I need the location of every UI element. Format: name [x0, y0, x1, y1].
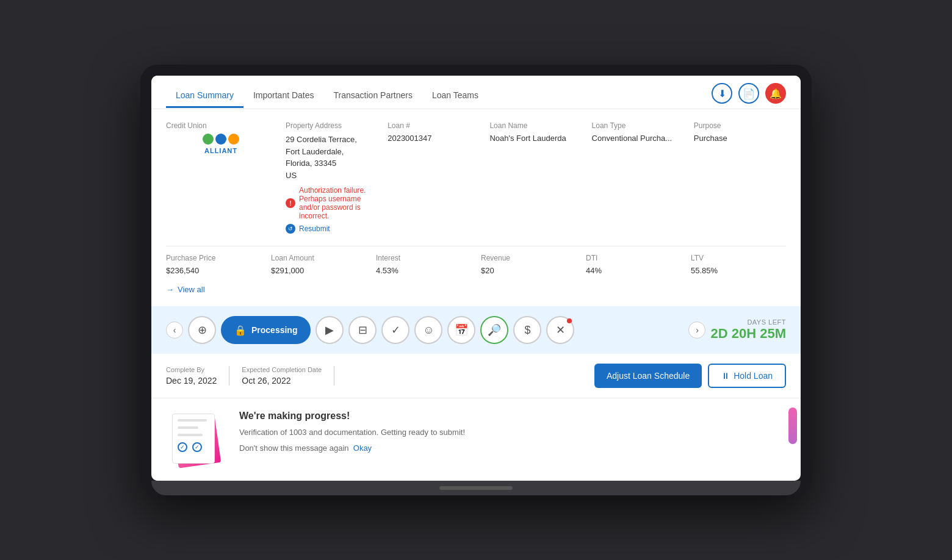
- interest-label: Interest: [376, 254, 471, 262]
- workflow-step-save[interactable]: ⊟: [348, 316, 377, 344]
- revenue-value: $20: [481, 266, 576, 275]
- smiley-icon: ☺: [423, 324, 434, 337]
- processing-label: Processing: [251, 325, 297, 335]
- document-icon[interactable]: 📄: [738, 83, 759, 104]
- resubmit-icon: ↺: [286, 224, 295, 234]
- workflow-step-check[interactable]: ✓: [381, 316, 409, 344]
- ltv-value: 55.85%: [691, 266, 786, 275]
- paper-front: ✓ ✓: [172, 414, 215, 464]
- add-icon: ⊕: [198, 323, 207, 337]
- property-address-label: Property Address: [286, 121, 378, 130]
- hold-loan-label: Hold Loan: [734, 371, 773, 381]
- loan-number-section: Loan # 2023001347: [388, 121, 480, 234]
- adjust-loan-schedule-button[interactable]: Adjust Loan Schedule: [594, 364, 702, 388]
- workflow-step-close[interactable]: ✕: [546, 316, 574, 344]
- tab-loan-summary[interactable]: Loan Summary: [166, 84, 243, 108]
- expected-completion-label: Expected Completion Date: [242, 366, 322, 373]
- progress-text: We're making progress! Verification of 1…: [239, 411, 465, 454]
- property-address-section: Property Address 29 Cordelia Terrace,For…: [286, 121, 378, 234]
- loan-amount-label: Loan Amount: [271, 254, 366, 262]
- view-all-link[interactable]: → View all: [166, 285, 786, 294]
- complete-by-date: Dec 19, 2022: [166, 376, 217, 386]
- auth-error-msg: ! Authorization failure. Perhaps usernam…: [286, 186, 378, 220]
- financial-grid: Purchase Price $236,540 Loan Amount $291…: [166, 254, 786, 275]
- days-left-label: DAYS LEFT: [710, 318, 786, 326]
- dollar-icon: $: [524, 324, 530, 337]
- loan-info-grid: Credit Union ALLIANT Property Address: [166, 121, 786, 234]
- submit-icon: ▶: [325, 323, 334, 337]
- error-text: Authorization failure. Perhaps username …: [299, 186, 378, 220]
- progress-illustration: ✓ ✓: [166, 411, 227, 468]
- notification-bell[interactable]: 🔔: [765, 83, 786, 104]
- schedule-buttons: Adjust Loan Schedule ⏸ Hold Loan: [594, 364, 786, 388]
- workflow-next-btn[interactable]: ›: [688, 321, 705, 339]
- workflow-steps: ⊕ 🔒 Processing ▶ ⊟ ✓: [188, 316, 683, 344]
- resubmit-link[interactable]: ↺ Resubmit: [286, 224, 378, 234]
- interest-section: Interest 4.53%: [376, 254, 471, 275]
- progress-description: Verification of 1003 and documentation. …: [239, 426, 465, 439]
- workflow-step-submit[interactable]: ▶: [316, 316, 344, 344]
- workflow-step-calendar[interactable]: 📅: [447, 316, 475, 344]
- logo-circle-blue: [215, 134, 226, 145]
- dti-value: 44%: [586, 266, 681, 275]
- dismiss-okay-link[interactable]: Okay: [353, 443, 372, 453]
- ltv-label: LTV: [691, 254, 786, 262]
- view-all-label[interactable]: View all: [178, 285, 205, 294]
- credit-union-section: Credit Union ALLIANT: [166, 121, 276, 234]
- complete-by-section: Complete By Dec 19, 2022: [166, 366, 229, 386]
- workflow-prev-btn[interactable]: ‹: [166, 321, 183, 339]
- resubmit-label[interactable]: Resubmit: [299, 224, 330, 233]
- lock-icon: 🔒: [234, 325, 247, 336]
- scroll-indicator: [788, 407, 797, 444]
- days-left-value: 2D 20H 25M: [710, 326, 786, 342]
- save-icon: ⊟: [358, 323, 367, 337]
- days-left-section: DAYS LEFT 2D 20H 25M: [710, 318, 786, 342]
- workflow-step-dollar[interactable]: $: [513, 316, 541, 344]
- purchase-price-value: $236,540: [166, 266, 261, 275]
- purpose-section: Purpose Purchase: [694, 121, 786, 234]
- interest-value: 4.53%: [376, 266, 471, 275]
- loan-type-value: Conventional Purcha...: [592, 134, 684, 143]
- purpose-value: Purchase: [694, 134, 786, 143]
- loan-amount-section: Loan Amount $291,000: [271, 254, 366, 275]
- workflow-step-processing[interactable]: 🔒 Processing: [221, 316, 311, 344]
- progress-area: ✓ ✓ We're making progress! Verification …: [151, 398, 801, 481]
- property-address-value: 29 Cordelia Terrace,Fort Lauderdale,Flor…: [286, 134, 378, 181]
- workflow-step-smiley[interactable]: ☺: [414, 316, 442, 344]
- revenue-label: Revenue: [481, 254, 576, 262]
- loan-amount-value: $291,000: [271, 266, 366, 275]
- progress-title: We're making progress!: [239, 411, 465, 422]
- workflow-area: ‹ ⊕ 🔒 Processing ▶ ⊟: [151, 306, 801, 354]
- arrow-right-icon: →: [166, 285, 174, 294]
- hold-loan-button[interactable]: ⏸ Hold Loan: [708, 364, 786, 388]
- download-icon[interactable]: ⬇: [712, 83, 732, 104]
- check-icon: ✓: [391, 323, 400, 337]
- tab-important-dates[interactable]: Important Dates: [243, 84, 324, 108]
- divider-1: [166, 246, 786, 246]
- workflow-step-add[interactable]: ⊕: [188, 316, 216, 344]
- loan-number-label: Loan #: [388, 121, 480, 130]
- search-icon: 🔎: [488, 323, 501, 337]
- loan-type-label: Loan Type: [592, 121, 684, 130]
- dismiss-text: Don't show this message again: [239, 443, 349, 453]
- close-icon: ✕: [556, 323, 565, 337]
- revenue-section: Revenue $20: [481, 254, 576, 275]
- workflow-step-search[interactable]: 🔎: [480, 316, 508, 344]
- ltv-section: LTV 55.85%: [691, 254, 786, 275]
- pause-icon: ⏸: [721, 371, 730, 381]
- credit-union-label: Credit Union: [166, 121, 276, 130]
- dti-section: DTI 44%: [586, 254, 681, 275]
- loan-name-value: Noah's Fort Lauderda: [489, 134, 582, 143]
- purchase-price-label: Purchase Price: [166, 254, 261, 262]
- dti-label: DTI: [586, 254, 681, 262]
- top-nav: Loan Summary Important Dates Transaction…: [151, 76, 801, 109]
- content-area: Credit Union ALLIANT Property Address: [151, 109, 801, 306]
- tab-transaction-partners[interactable]: Transaction Partners: [324, 84, 422, 108]
- loan-number-value: 2023001347: [388, 134, 480, 143]
- alliant-logo: ALLIANT: [166, 134, 276, 154]
- laptop-base: [151, 481, 801, 495]
- nav-icons: ⬇ 📄 🔔: [712, 83, 786, 109]
- tab-loan-teams[interactable]: Loan Teams: [422, 84, 488, 108]
- purchase-price-section: Purchase Price $236,540: [166, 254, 261, 275]
- calendar-icon: 📅: [455, 323, 468, 337]
